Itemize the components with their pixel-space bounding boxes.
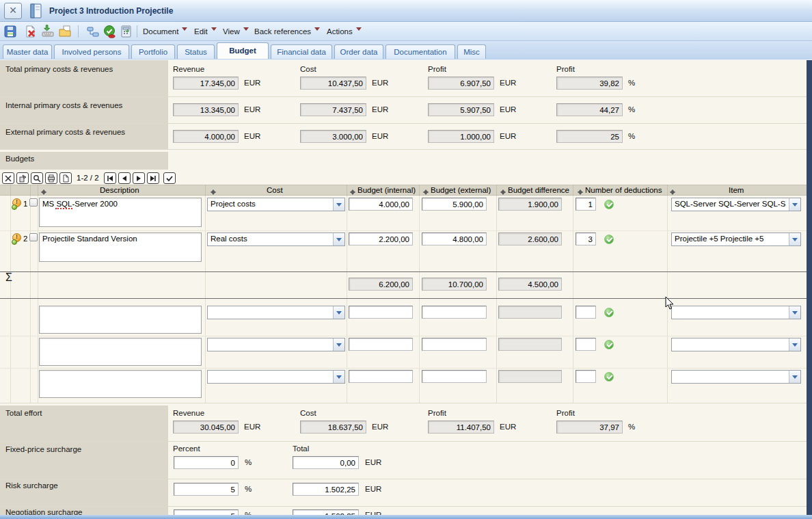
structure-icon[interactable] xyxy=(86,25,100,38)
budget-external-input[interactable] xyxy=(422,232,487,245)
item-select[interactable]: SQL-Server SQL-Server SQL-S xyxy=(671,198,801,211)
tab-financial-data[interactable]: Financial data xyxy=(271,44,332,59)
tab-budget[interactable]: Budget xyxy=(217,42,269,59)
menu-edit[interactable]: Edit xyxy=(194,27,217,36)
budget-external-input[interactable] xyxy=(422,306,487,319)
budget-external-input[interactable] xyxy=(422,198,487,211)
budget-panel: Total primary costs & revenues Revenue C… xyxy=(0,60,812,519)
row-number: 1 xyxy=(23,200,27,208)
deductions-ok-icon[interactable] xyxy=(604,308,614,317)
sort-icon[interactable] xyxy=(578,187,584,194)
description-textarea[interactable]: MS SQL-Server 2000 xyxy=(39,198,202,227)
sort-icon[interactable] xyxy=(211,187,217,194)
sort-icon[interactable] xyxy=(670,187,676,194)
next-page-button[interactable] xyxy=(133,172,145,184)
fixed-price-total-input[interactable] xyxy=(293,456,359,469)
budget-internal-input[interactable] xyxy=(349,370,413,383)
header-cost: Cost xyxy=(267,186,283,194)
deductions-input[interactable] xyxy=(576,198,596,211)
external-revenue-field xyxy=(173,130,239,143)
deductions-input[interactable] xyxy=(576,306,596,319)
print-button[interactable] xyxy=(45,172,57,184)
deductions-ok-icon[interactable] xyxy=(604,200,614,209)
description-textarea[interactable] xyxy=(39,306,202,334)
budget-internal-input[interactable] xyxy=(349,232,413,245)
tab-status[interactable]: Status xyxy=(177,44,215,59)
menu-actions[interactable]: Actions xyxy=(327,27,362,36)
budget-external-input[interactable] xyxy=(422,370,487,383)
chevron-down-icon xyxy=(356,27,362,34)
item-select[interactable]: Projectile +5 Projectile +5 xyxy=(671,232,801,246)
delete-document-icon[interactable] xyxy=(24,25,38,38)
clear-selection-button[interactable] xyxy=(2,172,14,184)
search-button[interactable] xyxy=(31,172,43,184)
cost-type-select[interactable] xyxy=(207,338,345,351)
close-icon[interactable]: × xyxy=(4,3,22,19)
item-select[interactable] xyxy=(671,370,801,384)
fixed-price-percent-input[interactable] xyxy=(174,456,239,469)
cost-type-select[interactable] xyxy=(207,370,345,384)
description-textarea[interactable] xyxy=(39,370,202,398)
item-select[interactable] xyxy=(671,338,801,351)
column-label-revenue: Revenue xyxy=(173,409,204,417)
risk-total-input[interactable] xyxy=(293,483,359,496)
sort-icon[interactable] xyxy=(350,187,356,194)
import-icon[interactable] xyxy=(41,25,55,38)
menu-view[interactable]: View xyxy=(223,27,249,36)
tab-master-data[interactable]: Master data xyxy=(3,44,52,59)
cost-type-select[interactable] xyxy=(207,306,345,319)
sort-icon[interactable] xyxy=(423,187,429,194)
tab-misc[interactable]: Misc xyxy=(457,44,486,59)
column-divider xyxy=(347,185,347,403)
validate-icon[interactable] xyxy=(103,25,116,38)
row-object-icon[interactable] xyxy=(12,198,21,207)
tab-order-data[interactable]: Order data xyxy=(334,44,383,59)
deductions-ok-icon[interactable] xyxy=(604,235,614,244)
deductions-input[interactable] xyxy=(576,370,596,383)
copy-document-icon[interactable] xyxy=(58,25,72,38)
tab-bar: Master data Involved persons Portfolio S… xyxy=(0,41,812,60)
total-profit-pct-field xyxy=(556,77,623,90)
row-select-checkbox[interactable] xyxy=(29,198,38,207)
row-select-checkbox[interactable] xyxy=(29,233,38,241)
deductions-ok-icon[interactable] xyxy=(604,340,614,349)
budget-internal-input[interactable] xyxy=(349,338,413,351)
last-page-button[interactable] xyxy=(147,172,159,184)
sort-icon[interactable] xyxy=(41,187,47,194)
page-title: Project 3 Introduction Projectile xyxy=(49,6,173,16)
new-page-button[interactable] xyxy=(59,172,72,184)
description-textarea[interactable] xyxy=(39,338,202,366)
first-page-button[interactable] xyxy=(104,172,116,184)
tab-involved-persons[interactable]: Involved persons xyxy=(54,44,129,59)
unit-eur: EUR xyxy=(372,105,388,114)
chevron-down-icon xyxy=(789,338,800,351)
row-object-icon[interactable] xyxy=(12,233,21,242)
budget-difference-field xyxy=(498,198,562,211)
budget-difference-field xyxy=(498,338,562,351)
cost-type-select[interactable]: Project costs xyxy=(207,198,345,211)
deductions-input[interactable] xyxy=(576,232,596,245)
previous-page-button[interactable] xyxy=(118,172,131,184)
menu-document[interactable]: Document xyxy=(143,27,187,36)
tab-documentation[interactable]: Documentation xyxy=(385,44,455,59)
tab-portfolio[interactable]: Portfolio xyxy=(131,44,175,59)
menu-back-references[interactable]: Back references xyxy=(254,27,320,36)
cost-type-select[interactable]: Real costs xyxy=(207,232,345,246)
description-textarea[interactable]: Projectile Standard Version xyxy=(39,232,202,262)
deductions-ok-icon[interactable] xyxy=(604,372,614,382)
header-budget-difference: Budget difference xyxy=(508,186,569,194)
select-all-button[interactable] xyxy=(163,172,176,184)
chevron-down-icon xyxy=(333,338,344,351)
deductions-input[interactable] xyxy=(576,338,596,351)
budget-external-input[interactable] xyxy=(422,338,487,351)
menu-back-references-label: Back references xyxy=(254,27,311,36)
sort-icon[interactable] xyxy=(500,187,506,194)
budget-internal-input[interactable] xyxy=(349,306,413,319)
calculate-icon[interactable] xyxy=(120,25,133,38)
item-select[interactable] xyxy=(671,306,801,319)
transfer-button[interactable] xyxy=(16,172,29,184)
external-profit-pct-field xyxy=(556,130,623,143)
save-icon[interactable] xyxy=(3,25,17,38)
budget-internal-input[interactable] xyxy=(349,198,413,211)
risk-percent-input[interactable] xyxy=(174,483,239,496)
